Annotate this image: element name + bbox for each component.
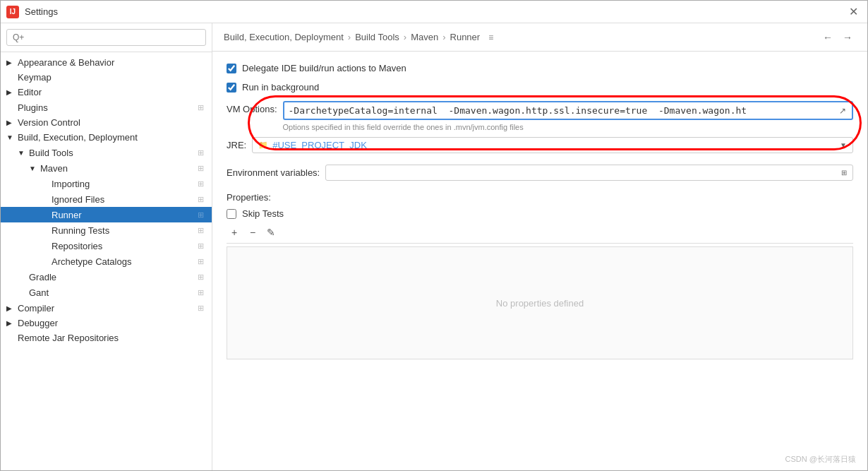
settings-icon-ignored-files: ⊞ xyxy=(195,193,206,205)
sidebar-item-gant[interactable]: Gant⊞ xyxy=(1,285,212,300)
tree-label-debugger: Debugger xyxy=(18,318,206,328)
breadcrumb-bar: Build, Execution, Deployment › Build Too… xyxy=(212,23,867,52)
tree-arrow-build-execution-deployment: ▼ xyxy=(6,133,18,141)
tree-label-build-execution-deployment: Build, Execution, Deployment xyxy=(18,132,206,143)
main-content: ▶Appearance & BehaviorKeymap▶EditorPlugi… xyxy=(1,23,867,470)
breadcrumb-part-3: Maven xyxy=(411,32,438,42)
settings-icon-archetype-catalogs: ⊞ xyxy=(195,256,206,267)
vm-options-control: ↗ Options specified in this field overri… xyxy=(283,101,853,131)
sidebar-item-build-execution-deployment[interactable]: ▼Build, Execution, Deployment xyxy=(1,130,212,145)
breadcrumb-nav: ← → xyxy=(819,29,856,46)
skip-tests-row: Skip Tests xyxy=(227,208,853,219)
search-input[interactable] xyxy=(6,29,206,46)
watermark: CSDN @长河落日猿 xyxy=(785,454,856,465)
vm-options-row: VM Options: ↗ Options specified in this … xyxy=(227,101,853,131)
sidebar-item-plugins[interactable]: Plugins⊞ xyxy=(1,100,212,115)
tree-label-running-tests: Running Tests xyxy=(52,225,192,236)
tree-label-remote-jar-repositories: Remote Jar Repositories xyxy=(18,333,206,343)
sidebar-item-remote-jar-repositories[interactable]: Remote Jar Repositories xyxy=(1,330,212,345)
tree-label-repositories: Repositories xyxy=(52,241,192,251)
sidebar-item-gradle[interactable]: Gradle⊞ xyxy=(1,269,212,285)
vm-options-label: VM Options: xyxy=(227,101,277,114)
sidebar-item-keymap[interactable]: Keymap xyxy=(1,70,212,85)
vm-options-hint: Options specified in this field override… xyxy=(283,123,853,131)
sidebar-item-build-tools[interactable]: ▼Build Tools⊞ xyxy=(1,145,212,160)
run-background-checkbox[interactable] xyxy=(227,83,236,93)
tree-label-archetype-catalogs: Archetype Catalogs xyxy=(52,256,192,267)
sidebar-item-ignored-files[interactable]: Ignored Files⊞ xyxy=(1,191,212,207)
sidebar-item-running-tests[interactable]: Running Tests⊞ xyxy=(1,222,212,238)
tree-label-runner: Runner xyxy=(52,210,192,220)
tree-arrow-debugger: ▶ xyxy=(6,319,18,327)
back-button[interactable]: ← xyxy=(819,29,836,46)
jre-label: JRE: xyxy=(227,140,246,150)
tree-arrow-build-tools: ▼ xyxy=(18,149,29,157)
remove-property-button[interactable]: − xyxy=(245,225,260,240)
tree-arrow-maven: ▼ xyxy=(29,165,40,172)
no-properties-text: No properties defined xyxy=(496,298,584,309)
env-edit-button[interactable]: ⊞ xyxy=(838,167,850,179)
breadcrumb-sep-2: › xyxy=(404,32,406,42)
tree-arrow-version-control: ▶ xyxy=(6,119,18,126)
settings-icon-running-tests: ⊞ xyxy=(195,225,206,236)
delegate-label: Delegate IDE build/run actions to Maven xyxy=(242,63,406,73)
tree-label-compiler: Compiler xyxy=(18,303,192,314)
breadcrumb-sep-3: › xyxy=(442,32,445,42)
tree-label-editor: Editor xyxy=(18,87,206,97)
tree-label-keymap: Keymap xyxy=(18,72,206,83)
settings-icon-compiler: ⊞ xyxy=(195,302,206,314)
jre-select[interactable]: 📁 #USE_PROJECT_JDK ▼ xyxy=(252,137,853,153)
sidebar-item-debugger[interactable]: ▶Debugger xyxy=(1,316,212,330)
tree-arrow-compiler: ▶ xyxy=(6,304,18,312)
env-input[interactable] xyxy=(332,167,847,178)
sidebar-item-compiler[interactable]: ▶Compiler⊞ xyxy=(1,300,212,316)
properties-label: Properties: xyxy=(227,192,853,203)
skip-tests-checkbox[interactable] xyxy=(227,209,236,219)
breadcrumb-settings-icon[interactable]: ≡ xyxy=(488,32,493,42)
jre-folder-icon: 📁 xyxy=(258,141,268,150)
app-icon: IJ xyxy=(6,6,19,18)
tree-label-gradle: Gradle xyxy=(29,272,192,282)
skip-tests-label: Skip Tests xyxy=(242,208,284,219)
tree-label-appearance-behavior: Appearance & Behavior xyxy=(18,57,206,68)
edit-property-button[interactable]: ✎ xyxy=(263,225,279,240)
properties-section: Properties: Skip Tests + − ✎ No properti… xyxy=(227,192,853,359)
sidebar-item-runner[interactable]: Runner⊞ xyxy=(1,207,212,222)
breadcrumb-part-4: Runner xyxy=(450,32,481,42)
sidebar-item-editor[interactable]: ▶Editor xyxy=(1,85,212,100)
settings-icon-plugins: ⊞ xyxy=(195,102,206,113)
sidebar-tree: ▶Appearance & BehaviorKeymap▶EditorPlugi… xyxy=(1,52,212,470)
breadcrumb: Build, Execution, Deployment › Build Too… xyxy=(224,32,493,42)
tree-label-gant: Gant xyxy=(29,287,192,298)
tree-label-maven: Maven xyxy=(40,163,192,174)
tree-label-ignored-files: Ignored Files xyxy=(52,194,192,205)
tree-arrow-appearance-behavior: ▶ xyxy=(6,59,18,66)
breadcrumb-part-1: Build, Execution, Deployment xyxy=(224,32,344,42)
panel-wrapper: Build, Execution, Deployment › Build Too… xyxy=(212,23,867,470)
sidebar-item-repositories[interactable]: Repositories⊞ xyxy=(1,238,212,254)
search-box xyxy=(1,23,212,52)
sidebar-item-archetype-catalogs[interactable]: Archetype Catalogs⊞ xyxy=(1,254,212,269)
env-label: Environment variables: xyxy=(227,167,320,178)
settings-icon-runner: ⊞ xyxy=(195,209,206,220)
close-button[interactable]: ✕ xyxy=(845,4,862,20)
jre-row: JRE: 📁 #USE_PROJECT_JDK ▼ xyxy=(227,137,853,153)
sidebar-item-maven[interactable]: ▼Maven⊞ xyxy=(1,160,212,176)
delegate-checkbox[interactable] xyxy=(227,64,236,73)
tree-label-build-tools: Build Tools xyxy=(29,148,192,158)
settings-icon-importing: ⊞ xyxy=(195,178,206,189)
properties-toolbar: + − ✎ xyxy=(227,225,853,244)
vm-options-input[interactable] xyxy=(284,102,852,119)
run-background-checkbox-row: Run in background xyxy=(227,82,853,93)
sidebar-item-importing[interactable]: Importing⊞ xyxy=(1,176,212,191)
settings-icon-gant: ⊞ xyxy=(195,287,206,298)
vm-expand-button[interactable]: ↗ xyxy=(836,105,849,117)
forward-button[interactable]: → xyxy=(839,29,856,46)
breadcrumb-sep-1: › xyxy=(348,32,351,42)
jre-value: #USE_PROJECT_JDK xyxy=(272,140,840,150)
tree-label-plugins: Plugins xyxy=(18,102,192,113)
sidebar-item-version-control[interactable]: ▶Version Control xyxy=(1,115,212,130)
sidebar-item-appearance-behavior[interactable]: ▶Appearance & Behavior xyxy=(1,55,212,70)
add-property-button[interactable]: + xyxy=(227,225,242,240)
properties-table: No properties defined xyxy=(227,246,853,359)
